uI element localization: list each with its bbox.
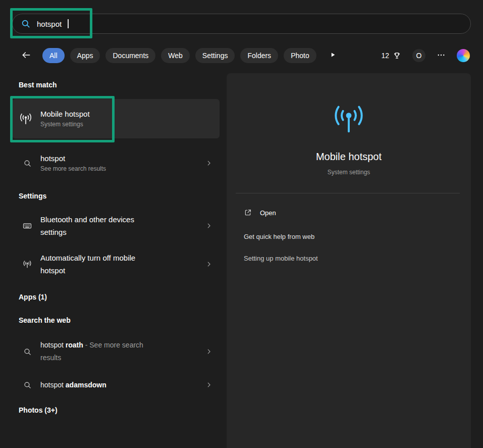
magnifier-icon [23,381,32,389]
chevron-right-icon [205,222,212,229]
web-result-roath[interactable]: hotspot roath - See more search results [12,335,220,368]
back-button[interactable] [12,50,31,62]
section-heading-best-match: Best match [12,73,220,89]
filter-tab-settings[interactable]: Settings [195,48,235,63]
mobile-hotspot-icon [22,259,32,269]
back-arrow-icon [21,50,31,60]
filter-tabs: All Apps Documents Web Settings Folders … [42,48,316,63]
result-subtitle: See more search results [40,165,106,172]
result-subtitle: System settings [40,121,90,128]
filter-tab-photos[interactable]: Photo [284,48,316,63]
preview-actions: Open Get quick help from web Setting up … [227,193,471,262]
rewards-trophy-icon [393,52,401,60]
ellipsis-icon [437,51,446,60]
section-heading-settings: Settings [12,192,220,200]
section-heading-photos: Photos (3+) [12,406,220,414]
preview-title: Mobile hotspot [227,151,471,163]
taskbar-right-cluster: 12 O [381,49,471,62]
section-heading-search-web: Search the web [12,316,220,324]
search-input[interactable]: hotspot [37,20,62,28]
section-heading-apps: Apps (1) [12,293,220,301]
search-bar[interactable]: hotspot [12,14,471,34]
open-label: Open [260,209,276,217]
help-link-quick-help[interactable]: Get quick help from web [244,233,454,240]
text-caret [68,19,69,28]
filter-bar: All Apps Documents Web Settings Folders … [12,46,471,65]
settings-result-bluetooth[interactable]: Bluetooth and other devices settings [12,211,220,240]
more-filters-button[interactable] [330,52,336,60]
mobile-hotspot-large-icon [227,73,471,138]
search-results-panel: Best match Mobile hotspot System setting… [12,73,220,414]
play-icon [330,52,336,58]
best-match-result[interactable]: Mobile hotspot System settings [12,99,220,138]
result-label: Bluetooth and other devices settings [40,213,159,238]
web-result-text: hotspot roath - See more search results [40,339,164,364]
suggestion-text: hotspot See more search results [40,154,106,172]
filter-tab-folders[interactable]: Folders [240,48,278,63]
chevron-right-icon [205,381,212,388]
web-text-normal: hotspot [40,341,66,349]
settings-result-auto-hotspot[interactable]: Automatically turn off mobile hotspot [12,250,220,279]
devices-keyboard-icon [22,221,32,231]
filter-tab-web[interactable]: Web [161,48,190,63]
web-text-bold: roath [66,341,83,349]
search-icon [21,19,31,29]
rewards-count: 12 [381,52,389,60]
magnifier-icon [23,159,32,168]
result-label: Automatically turn off mobile hotspot [40,252,159,277]
help-link-setting-up[interactable]: Setting up mobile hotspot [244,255,454,262]
more-options-button[interactable] [437,51,446,61]
mobile-hotspot-icon [18,111,33,126]
web-result-text: hotspot adamsdown [40,379,106,391]
copilot-icon[interactable] [457,49,470,62]
result-title: hotspot [40,154,106,163]
windows-search-flyout: hotspot All Apps Documents Web Settings … [0,0,483,448]
search-suggestion-result[interactable]: hotspot See more search results [12,147,220,179]
chevron-right-icon [205,348,212,355]
open-action[interactable]: Open [244,209,454,217]
magnifier-icon [23,347,32,356]
external-link-icon [244,209,252,217]
web-text-normal: hotspot [40,381,66,389]
result-title: Mobile hotspot [40,110,90,118]
rewards-badge[interactable]: 12 [381,52,401,60]
web-text-bold: adamsdown [66,381,106,389]
preview-subtitle: System settings [227,169,471,176]
chevron-right-icon [205,261,212,268]
user-avatar[interactable]: O [412,49,425,62]
web-result-adamsdown[interactable]: hotspot adamsdown [12,375,220,395]
best-match-text: Mobile hotspot System settings [40,110,90,128]
filter-tab-all[interactable]: All [42,48,65,63]
preview-panel: Mobile hotspot System settings Open Get … [227,73,471,448]
filter-tab-documents[interactable]: Documents [105,48,155,63]
chevron-right-icon [205,160,212,167]
filter-tab-apps[interactable]: Apps [70,48,100,63]
